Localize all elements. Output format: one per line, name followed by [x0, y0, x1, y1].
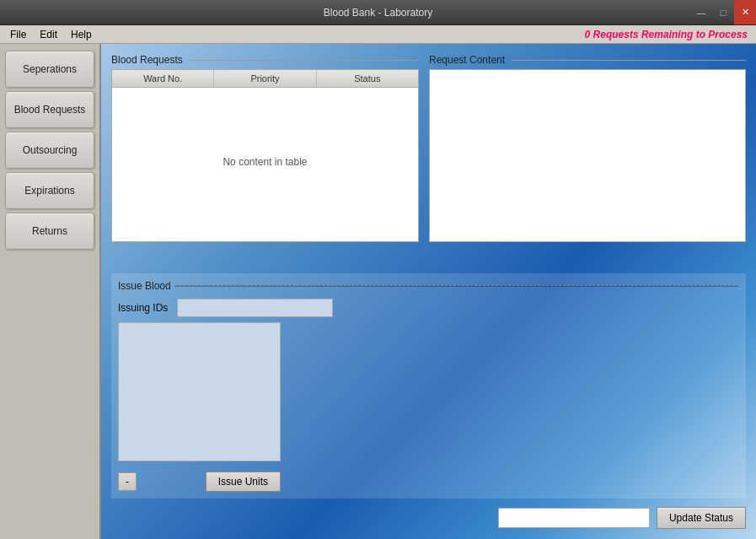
- update-status-button[interactable]: Update Status: [657, 507, 746, 529]
- issuing-ids-label: Issuing IDs: [118, 302, 172, 314]
- col-ward-no: Ward No.: [112, 70, 214, 87]
- window-title: Blood Bank - Laboratory: [324, 7, 432, 19]
- col-status: Status: [317, 70, 418, 87]
- issuing-ids-row: Issuing IDs: [118, 299, 333, 317]
- title-bar: Blood Bank - Laboratory — □ ✕: [0, 0, 756, 25]
- blood-requests-title: Blood Requests: [111, 54, 419, 66]
- status-input[interactable]: [498, 508, 650, 528]
- status-message: 0 Requests Remaining to Process: [585, 29, 748, 40]
- issue-units-button[interactable]: Issue Units: [206, 472, 281, 492]
- col-priority: Priority: [214, 70, 316, 87]
- menu-help[interactable]: Help: [64, 27, 99, 42]
- sidebar-btn-returns[interactable]: Returns: [5, 213, 94, 250]
- issue-blood-section: Issue Blood Issuing IDs - Issue Units: [111, 273, 746, 499]
- menu-edit[interactable]: Edit: [33, 27, 64, 42]
- minimize-button[interactable]: —: [690, 0, 712, 24]
- issuing-ids-input[interactable]: [177, 299, 333, 317]
- menu-file[interactable]: File: [3, 27, 33, 42]
- table-header: Ward No. Priority Status: [112, 70, 418, 88]
- issue-action-buttons: - Issue Units: [118, 472, 281, 492]
- issue-form: Issuing IDs - Issue Units: [118, 299, 739, 492]
- close-button[interactable]: ✕: [734, 0, 756, 24]
- sidebar-btn-separations[interactable]: Seperations: [5, 51, 94, 88]
- sidebar-btn-expirations[interactable]: Expirations: [5, 172, 94, 209]
- top-row: Blood Requests Ward No. Priority Status …: [111, 54, 746, 265]
- table-empty-message: No content in table: [112, 88, 418, 235]
- content-area: Blood Requests Ward No. Priority Status …: [101, 44, 756, 539]
- issue-left: Issuing IDs - Issue Units: [118, 299, 333, 492]
- issue-list-box[interactable]: [118, 322, 281, 461]
- sidebar: Seperations Blood Requests Outsourcing E…: [0, 44, 101, 539]
- blood-requests-table: Ward No. Priority Status No content in t…: [111, 69, 419, 242]
- sidebar-btn-blood-requests[interactable]: Blood Requests: [5, 91, 94, 128]
- window-controls: — □ ✕: [690, 0, 756, 24]
- issue-blood-title: Issue Blood: [118, 280, 739, 292]
- sidebar-btn-outsourcing[interactable]: Outsourcing: [5, 132, 94, 169]
- request-content-panel: Request Content: [429, 54, 746, 265]
- bottom-bar: Update Status: [111, 507, 746, 529]
- minus-button[interactable]: -: [118, 472, 137, 491]
- maximize-button[interactable]: □: [712, 0, 734, 24]
- app-body: Seperations Blood Requests Outsourcing E…: [0, 44, 756, 539]
- request-content-title: Request Content: [429, 54, 746, 66]
- menu-bar: File Edit Help 0 Requests Remaining to P…: [0, 25, 756, 44]
- blood-requests-panel: Blood Requests Ward No. Priority Status …: [111, 54, 419, 265]
- request-content-box: [429, 69, 746, 242]
